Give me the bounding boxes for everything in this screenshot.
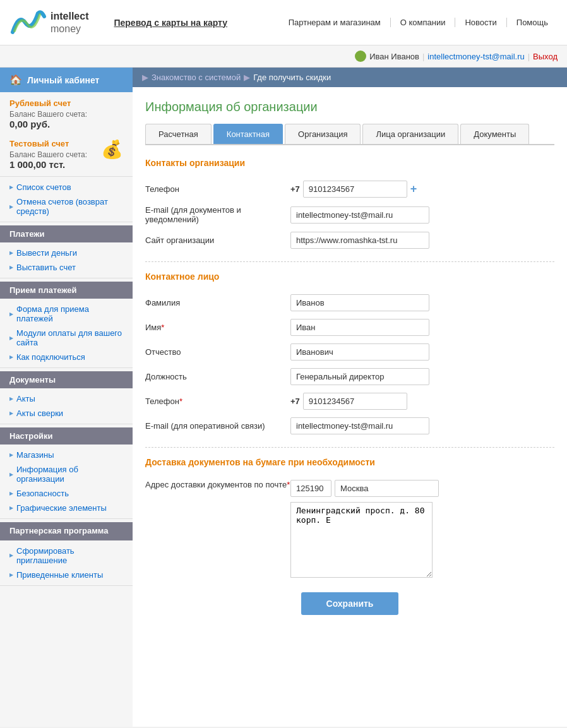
sidebar-item-shops[interactable]: Магазины (9, 448, 123, 462)
home-icon: 🏠 (9, 74, 22, 86)
sidebar-section-settings: Настройки (0, 427, 133, 445)
sidebar-ruble-account: Рублевый счет Баланс Вашего счета: 0,00 … (0, 92, 133, 136)
save-section: Сохранить (145, 592, 554, 615)
nav-help[interactable]: Помощь (506, 18, 558, 27)
middle-name-row: Отчество (145, 343, 554, 361)
sidebar-item-acts[interactable]: Акты (9, 391, 123, 406)
tab-billing[interactable]: Расчетная (145, 124, 212, 144)
contact-person-title: Контактное лицо (145, 272, 554, 285)
sidebar-item-withdraw[interactable]: Вывести деньги (9, 246, 123, 260)
section-divider-2 (145, 447, 554, 448)
logout-link[interactable]: Выход (533, 52, 558, 61)
contact-phone-prefix: +7 (290, 397, 300, 406)
phone-input[interactable] (303, 181, 407, 198)
sidebar-item-payment-modules[interactable]: Модули оплаты для вашего сайта (9, 326, 123, 350)
test-balance-label: Баланс Вашего счета: (9, 150, 87, 159)
sidebar-item-org-info[interactable]: Информация об организации (9, 462, 123, 486)
contacts-section-title: Контакты организации (145, 158, 554, 171)
sidebar-item-payment-form[interactable]: Форма для приема платежей (9, 302, 123, 326)
email-docs-input[interactable] (290, 206, 429, 224)
phone-prefix: +7 (290, 184, 300, 194)
main-content: Информация об организации Расчетная Конт… (133, 87, 567, 727)
email-docs-input-wrap (290, 206, 429, 224)
contact-person-section: Контактное лицо Фамилия Имя* (145, 272, 554, 434)
sidebar-section-partner: Партнерская программа (0, 522, 133, 540)
sidebar-item-reconciliation-acts[interactable]: Акты сверки (9, 406, 123, 421)
contact-phone-label: Телефон* (145, 397, 290, 406)
tab-persons[interactable]: Лица организации (362, 124, 458, 144)
first-name-label: Имя* (145, 323, 290, 332)
user-icon (355, 51, 366, 62)
phone-label: Телефон (145, 184, 290, 194)
divider2: | (528, 52, 530, 61)
top-nav-links: Партнерам и магазинам О компании Новости… (279, 18, 558, 27)
ruble-balance-label: Баланс Вашего счета: (9, 110, 123, 119)
sidebar-item-invite[interactable]: Сформировать приглашение (9, 544, 123, 568)
address-label: Адрес доставки документов по почте* (145, 480, 290, 489)
first-name-row: Имя* (145, 319, 554, 336)
contact-phone-input[interactable] (303, 393, 407, 410)
money-bag-icon: 💰 (101, 139, 123, 160)
sidebar-item-connect[interactable]: Как подключиться (9, 350, 123, 364)
ruble-account-link[interactable]: Рублевый счет (9, 98, 71, 108)
user-email[interactable]: intellectmoney-tst@mail.ru (427, 52, 524, 61)
section-divider-1 (145, 261, 554, 262)
contacts-section: Контакты организации Телефон +7 + E-mail… (145, 158, 554, 249)
breadcrumb-item-2: Где получить скидки (253, 73, 331, 82)
position-input[interactable] (290, 368, 429, 385)
position-label: Должность (145, 372, 290, 381)
phone-row: Телефон +7 + (145, 181, 554, 198)
logo-icon (9, 7, 47, 39)
breadcrumb-item-1[interactable]: Знакомство с системой (152, 73, 241, 82)
ruble-balance: 0,00 руб. (9, 119, 123, 129)
postcode-input[interactable] (290, 480, 331, 497)
add-phone-button[interactable]: + (410, 182, 417, 196)
email-operative-input[interactable] (290, 417, 429, 434)
sidebar-section-payments: Платежи (0, 225, 133, 242)
tab-organization[interactable]: Организация (285, 124, 361, 144)
layout: 🏠 Личный кабинет Рублевый счет Баланс Ва… (0, 68, 567, 727)
website-label: Сайт организации (145, 236, 290, 245)
header: intellect money Перевод с карты на карту… (0, 0, 567, 45)
nav-about[interactable]: О компании (390, 18, 455, 27)
sidebar-item-list-accounts[interactable]: Список счетов (9, 180, 123, 194)
sidebar-header: 🏠 Личный кабинет (0, 68, 133, 92)
sidebar-item-graphics[interactable]: Графические элементы (9, 501, 123, 515)
website-input-wrap (290, 232, 429, 249)
user-name: Иван Иванов (369, 52, 419, 61)
sidebar-test-account: Тестовый счет Баланс Вашего счета: 1 000… (0, 136, 133, 177)
right-column: ▶ Знакомство с системой ▶ Где получить с… (133, 68, 567, 727)
nav-partners[interactable]: Партнерам и магазинам (279, 18, 390, 27)
middle-name-input[interactable] (290, 343, 429, 361)
last-name-label: Фамилия (145, 298, 290, 307)
sidebar-settings-links: Магазины Информация об организации Безоп… (0, 445, 133, 519)
email-docs-row: E-mail (для документов и уведомлений) (145, 205, 554, 224)
middle-name-label: Отчество (145, 347, 290, 357)
save-button[interactable]: Сохранить (301, 592, 399, 615)
sidebar-section-docs: Документы (0, 371, 133, 388)
sidebar-item-issue-invoice[interactable]: Выставить счет (9, 260, 123, 275)
breadcrumb: ▶ Знакомство с системой ▶ Где получить с… (133, 68, 567, 87)
main-nav-link[interactable]: Перевод с карты на карту (114, 18, 227, 28)
website-input[interactable] (290, 232, 429, 249)
sidebar-item-security[interactable]: Безопасность (9, 486, 123, 501)
sidebar-account-links: Список счетов Отмена счетов (возврат сре… (0, 177, 133, 222)
phone-input-wrap: +7 + (290, 181, 417, 198)
delivery-title: Доставка документов на бумаге при необхо… (145, 457, 554, 470)
divider: | (422, 52, 424, 61)
city-input[interactable] (335, 480, 439, 497)
first-name-input[interactable] (290, 319, 429, 336)
tab-documents[interactable]: Документы (460, 124, 529, 144)
street-textarea[interactable] (290, 502, 433, 578)
email-operative-row: E-mail (для оперативной связи) (145, 417, 554, 434)
test-account-link[interactable]: Тестовый счет (9, 139, 69, 148)
tab-bar: Расчетная Контактная Организация Лица ор… (145, 124, 554, 145)
tab-contact[interactable]: Контактная (213, 124, 283, 144)
sidebar-item-referred-clients[interactable]: Приведенные клиенты (9, 568, 123, 582)
sidebar-item-cancel-accounts[interactable]: Отмена счетов (возврат средств) (9, 194, 123, 218)
nav-news[interactable]: Новости (455, 18, 506, 27)
last-name-input[interactable] (290, 294, 429, 311)
top-nav: Перевод с карты на карту Партнерам и маг… (114, 18, 558, 28)
sidebar: 🏠 Личный кабинет Рублевый счет Баланс Ва… (0, 68, 133, 727)
logo-text: intellect money (51, 10, 88, 34)
